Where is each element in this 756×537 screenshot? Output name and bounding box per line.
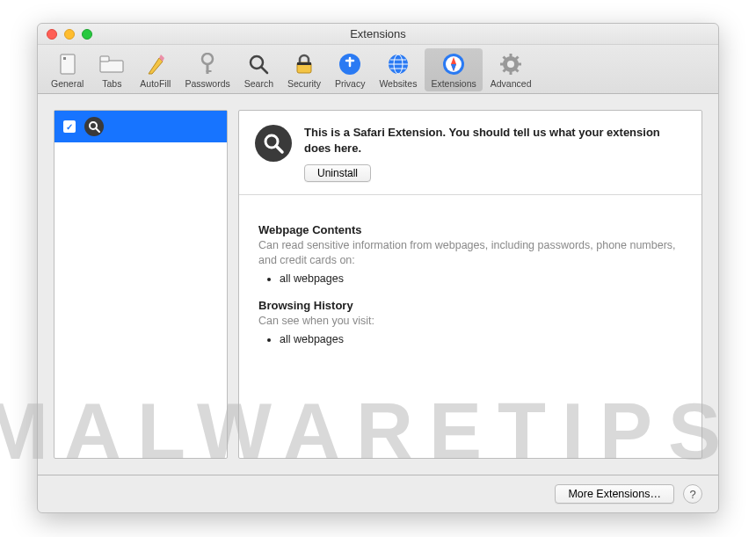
tab-label: Privacy <box>335 78 365 89</box>
tab-label: Passwords <box>185 78 229 89</box>
minimize-window-button[interactable] <box>64 29 75 40</box>
tab-websites[interactable]: Websites <box>373 48 423 91</box>
more-extensions-button[interactable]: More Extensions… <box>555 484 674 504</box>
tab-privacy[interactable]: Privacy <box>329 48 371 91</box>
window-controls <box>47 29 92 40</box>
tab-security[interactable]: Security <box>281 48 327 91</box>
permission-title: Browsing History <box>258 299 682 312</box>
svg-point-4 <box>202 54 213 64</box>
svg-line-30 <box>96 128 99 132</box>
permissions-section: Webpage Contents Can read sensitive info… <box>239 195 701 377</box>
svg-rect-2 <box>100 61 123 72</box>
key-icon <box>199 52 216 76</box>
tab-autofill[interactable]: AutoFill <box>134 48 177 91</box>
globe-icon <box>387 52 410 76</box>
help-button[interactable]: ? <box>683 484 702 504</box>
tab-advanced[interactable]: Advanced <box>484 48 538 91</box>
svg-rect-24 <box>517 63 521 66</box>
lock-icon <box>294 52 315 76</box>
svg-rect-6 <box>207 70 212 72</box>
privacy-icon <box>338 52 361 76</box>
content-area: ✓ This is a Safari Extension. You should… <box>38 94 718 475</box>
tab-tabs[interactable]: Tabs <box>91 48 132 91</box>
magnifier-icon <box>84 117 104 136</box>
tab-label: Security <box>287 78 321 89</box>
tab-label: AutoFill <box>140 78 171 89</box>
compass-icon <box>442 52 465 76</box>
zoom-window-button[interactable] <box>82 29 92 40</box>
permission-title: Webpage Contents <box>258 223 682 236</box>
general-icon <box>58 52 77 76</box>
gear-icon <box>499 52 522 76</box>
permission-subtitle: Can see when you visit: <box>258 314 682 329</box>
svg-line-8 <box>261 67 267 73</box>
autofill-icon <box>147 52 164 76</box>
tab-extensions[interactable]: Extensions <box>425 48 482 91</box>
tab-label: General <box>51 78 84 89</box>
sidebar-item-extension[interactable]: ✓ <box>55 111 227 142</box>
close-window-button[interactable] <box>47 29 57 40</box>
window-title: Extensions <box>350 27 406 40</box>
svg-rect-0 <box>61 54 75 74</box>
tab-label: Extensions <box>431 78 476 89</box>
uninstall-button[interactable]: Uninstall <box>304 164 371 182</box>
window-footer: More Extensions… ? <box>38 475 718 512</box>
tab-search[interactable]: Search <box>238 48 280 91</box>
window-titlebar: Extensions <box>38 24 718 45</box>
svg-point-20 <box>507 61 514 68</box>
tab-label: Websites <box>379 78 417 89</box>
tab-passwords[interactable]: Passwords <box>178 48 236 91</box>
svg-rect-23 <box>500 63 505 66</box>
permission-subtitle: Can read sensitive information from webp… <box>258 238 682 268</box>
tabs-icon <box>99 52 124 76</box>
preferences-toolbar: General Tabs AutoFill Passwords Search <box>38 45 718 94</box>
extension-header: This is a Safari Extension. You should t… <box>239 111 701 195</box>
svg-rect-10 <box>297 62 311 65</box>
search-icon <box>248 52 269 76</box>
preferences-window: Extensions General Tabs AutoFill Passwor… <box>37 23 719 513</box>
permission-item: all webpages <box>280 272 682 285</box>
tab-label: Search <box>244 78 273 89</box>
extensions-sidebar: ✓ <box>54 110 228 459</box>
extension-description: This is a Safari Extension. You should t… <box>304 125 686 156</box>
tab-label: Tabs <box>102 78 121 89</box>
svg-rect-1 <box>63 57 66 60</box>
svg-rect-21 <box>510 54 512 58</box>
magnifier-icon <box>255 125 292 162</box>
permission-item: all webpages <box>280 333 682 345</box>
svg-line-32 <box>276 146 282 152</box>
tab-general[interactable]: General <box>45 48 90 91</box>
svg-rect-3 <box>100 56 109 62</box>
extension-enabled-checkbox[interactable]: ✓ <box>63 120 76 133</box>
svg-rect-22 <box>510 70 512 75</box>
svg-rect-5 <box>207 63 209 74</box>
tab-label: Advanced <box>491 78 532 89</box>
extension-detail-panel: This is a Safari Extension. You should t… <box>238 110 702 459</box>
